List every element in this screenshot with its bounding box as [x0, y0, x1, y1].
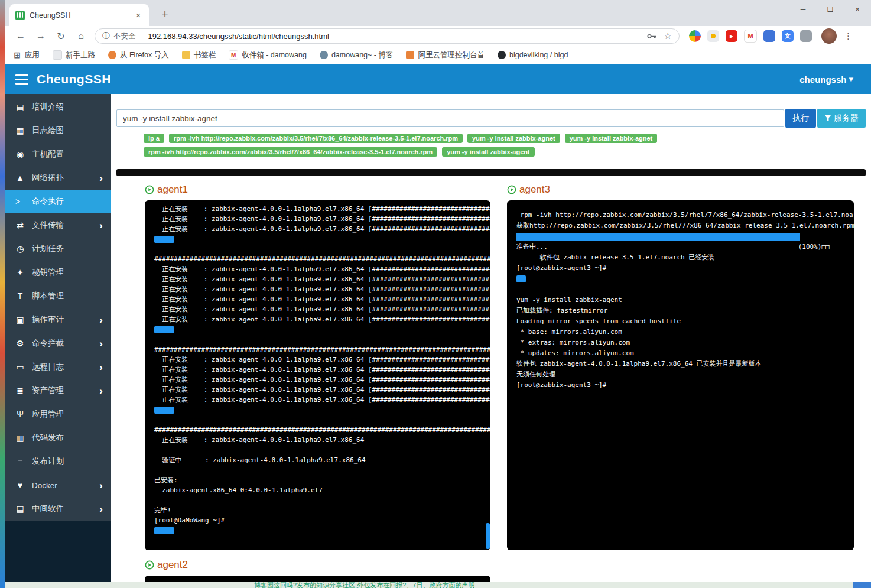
- key-icon: ✦: [14, 268, 26, 277]
- bag-extension-icon[interactable]: [800, 30, 812, 42]
- bookmark-star-icon[interactable]: ☆: [664, 31, 672, 41]
- sidebar-item-label: 秘钥管理: [32, 267, 111, 278]
- bookmark-label: 收件箱 - damowang: [242, 50, 307, 60]
- sidebar-item-remote-log[interactable]: ▭远程日志›: [5, 355, 111, 379]
- history-tag[interactable]: yum -y install zabbix-agent: [442, 147, 535, 157]
- terminal-line: 正在安装 : zabbix-agent-4.0.0-1.1alpha9.el7.…: [154, 214, 490, 224]
- security-label: 不安全: [113, 31, 136, 41]
- terminal-line: 正在安装 : zabbix-agent-4.0.0-1.1alpha9.el7.…: [154, 355, 490, 365]
- agent-name: agent1: [157, 184, 188, 196]
- terminal-line: [root@zabbix-agent3 ~]#: [516, 380, 854, 391]
- sidebar-item-schedule[interactable]: ◷计划任务: [5, 237, 111, 261]
- execute-button[interactable]: 执行: [785, 109, 816, 128]
- sidebar-item-command-exec[interactable]: >_命令执行: [5, 190, 111, 213]
- sidebar-item-audit[interactable]: ▣操作审计›: [5, 308, 111, 332]
- terminal-agent1[interactable]: 正在安装 : zabbix-agent-4.0.0-1.1alpha9.el7.…: [145, 200, 490, 550]
- history-tag[interactable]: rpm -ivh http://repo.zabbix.com/zabbix/3…: [144, 147, 437, 157]
- terminal-line: 软件包 zabbix-release-3.5-1.el7.noarch 已经安装: [516, 252, 854, 263]
- info-icon[interactable]: ⓘ: [102, 31, 110, 41]
- lightbulb-extension-icon[interactable]: [707, 30, 719, 42]
- window-maximize-button[interactable]: ☐: [817, 0, 844, 19]
- sidebar-item-label: 脚本管理: [32, 291, 111, 301]
- sidebar-item-code-release[interactable]: ▥代码发布: [5, 426, 111, 450]
- bookmark-item[interactable]: 新手上路: [53, 50, 95, 60]
- window-close-button[interactable]: ×: [844, 0, 871, 19]
- asset-layers-icon: ≣: [14, 386, 26, 395]
- hamburger-menu-icon[interactable]: [15, 74, 28, 85]
- history-tag[interactable]: ip a: [144, 134, 164, 143]
- window-controls: ─ ☐ ×: [789, 0, 871, 19]
- bookmark-item[interactable]: ⊞应用: [13, 50, 40, 60]
- sidebar-item-host-config[interactable]: ◉主机配置: [5, 142, 111, 166]
- sidebar-item-docker[interactable]: ♥Docker›: [5, 473, 111, 497]
- colorful-extension-icon[interactable]: [689, 30, 701, 42]
- bookmark-label: damowang~ - 博客: [332, 50, 394, 60]
- password-key-icon[interactable]: [647, 33, 657, 40]
- terminal-agent3[interactable]: rpm -ivh http://repo.zabbix.com/zabbix/3…: [507, 200, 854, 550]
- sidebar-item-script-manage[interactable]: T脚本管理: [5, 284, 111, 308]
- bookmark-item[interactable]: bigdevilking / bigd: [498, 51, 568, 59]
- terminal-line: 正在安装 : zabbix-agent-4.0.0-1.1alpha9.el7.…: [154, 314, 490, 324]
- bookmark-item[interactable]: 阿里云管理控制台首: [406, 50, 485, 60]
- sidebar-item-file-transfer[interactable]: ⇄文件传输›: [5, 213, 111, 237]
- sidebar-item-label: 命令执行: [32, 196, 111, 207]
- sidebar-item-intercept[interactable]: ⚙命令拦截›: [5, 332, 111, 355]
- training-doc-icon: ▤: [14, 102, 26, 112]
- terminal-line: 获取http://repo.zabbix.com/zabbix/3.5/rhel…: [516, 220, 854, 231]
- agent2-header[interactable]: agent2: [145, 558, 490, 572]
- chevron-right-icon: ›: [99, 220, 103, 230]
- terminal-line: 无须任何处理: [516, 369, 854, 380]
- terminal-line: 正在安装 : zabbix-agent-4.0.0-1.1alpha9.el7.…: [154, 304, 490, 314]
- back-icon[interactable]: ←: [13, 28, 28, 44]
- terminal-line: yum -y install zabbix-agent: [516, 295, 854, 306]
- browser-tab[interactable]: CheungSSH ×: [9, 4, 149, 26]
- bookmarks-bar: ⊞应用新手上路从 Firefox 导入书签栏M收件箱 - damowangdam…: [5, 46, 871, 64]
- browser-menu-icon[interactable]: ⋮: [844, 31, 853, 41]
- sidebar-item-middleware[interactable]: ▤中间软件›: [5, 497, 111, 521]
- terminal-line: zabbix-agent.x86_64 0:4.0.0-1.1alpha9.el…: [154, 485, 490, 495]
- youtube-extension-icon[interactable]: ▸: [726, 30, 737, 42]
- bookmark-item[interactable]: damowang~ - 博客: [320, 50, 394, 60]
- history-tag[interactable]: yum -y install zabbix-agnet: [565, 134, 658, 143]
- sidebar-item-training[interactable]: ▤培训介绍: [5, 95, 111, 119]
- sidebar-item-log-chart[interactable]: ▦日志绘图: [5, 119, 111, 142]
- middleware-icon: ▤: [14, 504, 26, 514]
- new-tab-button[interactable]: +: [157, 7, 173, 22]
- bookmark-item[interactable]: 从 Firefox 导入: [108, 50, 169, 60]
- browser-toolbar: ← → ↻ ⌂ ⓘ 不安全 192.168.94.33/cheungssh/st…: [5, 26, 871, 46]
- forward-icon[interactable]: →: [33, 28, 48, 44]
- address-bar[interactable]: ⓘ 不安全 192.168.94.33/cheungssh/static/htm…: [95, 28, 680, 44]
- history-tag[interactable]: yum -y install zabbix-agnet: [467, 134, 560, 143]
- history-tag[interactable]: rpm -ivh http://repo.zabbix.com/zabbix/3…: [169, 134, 463, 143]
- sidebar-item-key-manage[interactable]: ✦秘钥管理: [5, 261, 111, 284]
- refresh-icon[interactable]: ↻: [53, 28, 69, 44]
- sidebar-item-release-plan[interactable]: ≡发布计划: [5, 450, 111, 473]
- profile-avatar[interactable]: [821, 28, 837, 44]
- terminal-line: * base: mirrors.aliyun.com: [516, 327, 854, 337]
- home-icon[interactable]: ⌂: [73, 28, 89, 44]
- terminal-line: [154, 324, 490, 334]
- bookmark-item[interactable]: M收件箱 - damowang: [229, 50, 307, 60]
- gmail-extension-icon[interactable]: M: [744, 30, 757, 43]
- sidebar-item-label: 命令拦截: [32, 338, 99, 349]
- chevron-right-icon: ›: [99, 480, 103, 490]
- sidebar-item-label: 计划任务: [32, 243, 111, 254]
- cursor-block: [154, 407, 174, 414]
- server-filter-button[interactable]: 服务器: [817, 109, 866, 128]
- agent1-header[interactable]: agent1: [145, 183, 490, 197]
- play-status-icon: [145, 185, 154, 194]
- terminal-scrollbar[interactable]: [486, 523, 490, 549]
- tab-close-icon[interactable]: ×: [134, 11, 143, 20]
- sidebar-item-topology[interactable]: ▲网络拓扑›: [5, 166, 111, 190]
- translate-extension-icon[interactable]: 文: [782, 30, 794, 42]
- bookmark-item[interactable]: 书签栏: [182, 50, 216, 60]
- user-menu[interactable]: cheungssh ▾: [800, 74, 853, 85]
- blue-extension-icon[interactable]: [763, 30, 775, 42]
- collapsed-output-strip[interactable]: [116, 169, 866, 176]
- agent3-header[interactable]: agent3: [507, 183, 854, 197]
- sidebar-item-asset[interactable]: ≣资产管理›: [5, 379, 111, 402]
- window-minimize-button[interactable]: ─: [789, 0, 817, 19]
- command-input[interactable]: [116, 109, 784, 127]
- sidebar-item-app-manage[interactable]: Ψ应用管理: [5, 402, 111, 426]
- tab-strip: CheungSSH × + ─ ☐ ×: [5, 0, 871, 26]
